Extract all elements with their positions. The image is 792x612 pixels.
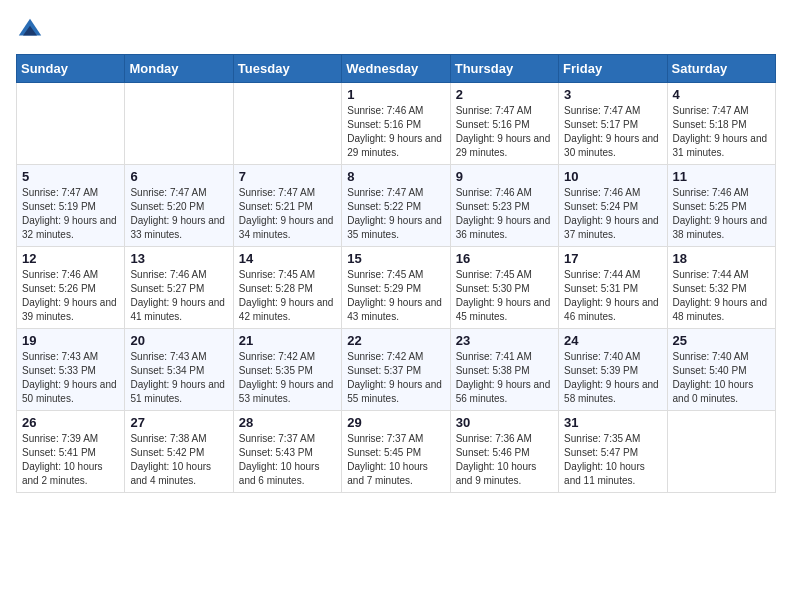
day-info: Sunrise: 7:45 AM Sunset: 5:28 PM Dayligh…: [239, 268, 336, 324]
calendar-cell: 1Sunrise: 7:46 AM Sunset: 5:16 PM Daylig…: [342, 83, 450, 165]
day-number: 17: [564, 251, 661, 266]
calendar-week-row: 1Sunrise: 7:46 AM Sunset: 5:16 PM Daylig…: [17, 83, 776, 165]
day-info: Sunrise: 7:35 AM Sunset: 5:47 PM Dayligh…: [564, 432, 661, 488]
day-number: 18: [673, 251, 770, 266]
day-number: 21: [239, 333, 336, 348]
calendar-cell: [125, 83, 233, 165]
day-number: 7: [239, 169, 336, 184]
day-info: Sunrise: 7:47 AM Sunset: 5:22 PM Dayligh…: [347, 186, 444, 242]
calendar-cell: 22Sunrise: 7:42 AM Sunset: 5:37 PM Dayli…: [342, 329, 450, 411]
page-header: [16, 16, 776, 44]
day-number: 14: [239, 251, 336, 266]
day-number: 30: [456, 415, 553, 430]
calendar-cell: 29Sunrise: 7:37 AM Sunset: 5:45 PM Dayli…: [342, 411, 450, 493]
day-info: Sunrise: 7:40 AM Sunset: 5:39 PM Dayligh…: [564, 350, 661, 406]
calendar-cell: 20Sunrise: 7:43 AM Sunset: 5:34 PM Dayli…: [125, 329, 233, 411]
day-info: Sunrise: 7:43 AM Sunset: 5:33 PM Dayligh…: [22, 350, 119, 406]
day-number: 8: [347, 169, 444, 184]
calendar-cell: [667, 411, 775, 493]
calendar-header-sunday: Sunday: [17, 55, 125, 83]
logo: [16, 16, 48, 44]
day-info: Sunrise: 7:46 AM Sunset: 5:23 PM Dayligh…: [456, 186, 553, 242]
day-number: 1: [347, 87, 444, 102]
day-info: Sunrise: 7:46 AM Sunset: 5:27 PM Dayligh…: [130, 268, 227, 324]
day-info: Sunrise: 7:47 AM Sunset: 5:19 PM Dayligh…: [22, 186, 119, 242]
day-number: 9: [456, 169, 553, 184]
calendar-cell: 18Sunrise: 7:44 AM Sunset: 5:32 PM Dayli…: [667, 247, 775, 329]
day-number: 23: [456, 333, 553, 348]
calendar-cell: 23Sunrise: 7:41 AM Sunset: 5:38 PM Dayli…: [450, 329, 558, 411]
calendar-cell: 24Sunrise: 7:40 AM Sunset: 5:39 PM Dayli…: [559, 329, 667, 411]
calendar-cell: 27Sunrise: 7:38 AM Sunset: 5:42 PM Dayli…: [125, 411, 233, 493]
day-number: 4: [673, 87, 770, 102]
calendar-cell: 31Sunrise: 7:35 AM Sunset: 5:47 PM Dayli…: [559, 411, 667, 493]
calendar-cell: 3Sunrise: 7:47 AM Sunset: 5:17 PM Daylig…: [559, 83, 667, 165]
day-number: 15: [347, 251, 444, 266]
day-info: Sunrise: 7:42 AM Sunset: 5:37 PM Dayligh…: [347, 350, 444, 406]
calendar-cell: 10Sunrise: 7:46 AM Sunset: 5:24 PM Dayli…: [559, 165, 667, 247]
day-info: Sunrise: 7:36 AM Sunset: 5:46 PM Dayligh…: [456, 432, 553, 488]
day-number: 6: [130, 169, 227, 184]
day-number: 29: [347, 415, 444, 430]
day-info: Sunrise: 7:45 AM Sunset: 5:30 PM Dayligh…: [456, 268, 553, 324]
day-info: Sunrise: 7:46 AM Sunset: 5:25 PM Dayligh…: [673, 186, 770, 242]
calendar-cell: 28Sunrise: 7:37 AM Sunset: 5:43 PM Dayli…: [233, 411, 341, 493]
day-info: Sunrise: 7:39 AM Sunset: 5:41 PM Dayligh…: [22, 432, 119, 488]
day-number: 26: [22, 415, 119, 430]
calendar-cell: 15Sunrise: 7:45 AM Sunset: 5:29 PM Dayli…: [342, 247, 450, 329]
day-number: 31: [564, 415, 661, 430]
calendar-cell: 6Sunrise: 7:47 AM Sunset: 5:20 PM Daylig…: [125, 165, 233, 247]
day-number: 3: [564, 87, 661, 102]
day-number: 16: [456, 251, 553, 266]
calendar-header-row: SundayMondayTuesdayWednesdayThursdayFrid…: [17, 55, 776, 83]
calendar-table: SundayMondayTuesdayWednesdayThursdayFrid…: [16, 54, 776, 493]
day-info: Sunrise: 7:37 AM Sunset: 5:45 PM Dayligh…: [347, 432, 444, 488]
day-number: 12: [22, 251, 119, 266]
day-info: Sunrise: 7:45 AM Sunset: 5:29 PM Dayligh…: [347, 268, 444, 324]
calendar-week-row: 5Sunrise: 7:47 AM Sunset: 5:19 PM Daylig…: [17, 165, 776, 247]
calendar-week-row: 26Sunrise: 7:39 AM Sunset: 5:41 PM Dayli…: [17, 411, 776, 493]
calendar-cell: 5Sunrise: 7:47 AM Sunset: 5:19 PM Daylig…: [17, 165, 125, 247]
day-number: 2: [456, 87, 553, 102]
calendar-cell: 9Sunrise: 7:46 AM Sunset: 5:23 PM Daylig…: [450, 165, 558, 247]
calendar-week-row: 12Sunrise: 7:46 AM Sunset: 5:26 PM Dayli…: [17, 247, 776, 329]
calendar-header-friday: Friday: [559, 55, 667, 83]
day-number: 25: [673, 333, 770, 348]
day-info: Sunrise: 7:46 AM Sunset: 5:26 PM Dayligh…: [22, 268, 119, 324]
day-info: Sunrise: 7:38 AM Sunset: 5:42 PM Dayligh…: [130, 432, 227, 488]
day-number: 20: [130, 333, 227, 348]
day-number: 27: [130, 415, 227, 430]
calendar-cell: 14Sunrise: 7:45 AM Sunset: 5:28 PM Dayli…: [233, 247, 341, 329]
calendar-cell: 4Sunrise: 7:47 AM Sunset: 5:18 PM Daylig…: [667, 83, 775, 165]
calendar-header-tuesday: Tuesday: [233, 55, 341, 83]
day-info: Sunrise: 7:47 AM Sunset: 5:17 PM Dayligh…: [564, 104, 661, 160]
day-number: 19: [22, 333, 119, 348]
calendar-cell: 25Sunrise: 7:40 AM Sunset: 5:40 PM Dayli…: [667, 329, 775, 411]
day-number: 22: [347, 333, 444, 348]
calendar-header-wednesday: Wednesday: [342, 55, 450, 83]
day-info: Sunrise: 7:47 AM Sunset: 5:20 PM Dayligh…: [130, 186, 227, 242]
day-number: 24: [564, 333, 661, 348]
calendar-cell: 13Sunrise: 7:46 AM Sunset: 5:27 PM Dayli…: [125, 247, 233, 329]
calendar-cell: 8Sunrise: 7:47 AM Sunset: 5:22 PM Daylig…: [342, 165, 450, 247]
day-info: Sunrise: 7:46 AM Sunset: 5:16 PM Dayligh…: [347, 104, 444, 160]
day-info: Sunrise: 7:43 AM Sunset: 5:34 PM Dayligh…: [130, 350, 227, 406]
calendar-cell: [233, 83, 341, 165]
day-info: Sunrise: 7:42 AM Sunset: 5:35 PM Dayligh…: [239, 350, 336, 406]
day-info: Sunrise: 7:46 AM Sunset: 5:24 PM Dayligh…: [564, 186, 661, 242]
day-info: Sunrise: 7:44 AM Sunset: 5:32 PM Dayligh…: [673, 268, 770, 324]
calendar-cell: 30Sunrise: 7:36 AM Sunset: 5:46 PM Dayli…: [450, 411, 558, 493]
calendar-cell: 12Sunrise: 7:46 AM Sunset: 5:26 PM Dayli…: [17, 247, 125, 329]
logo-icon: [16, 16, 44, 44]
calendar-week-row: 19Sunrise: 7:43 AM Sunset: 5:33 PM Dayli…: [17, 329, 776, 411]
calendar-cell: 7Sunrise: 7:47 AM Sunset: 5:21 PM Daylig…: [233, 165, 341, 247]
day-number: 5: [22, 169, 119, 184]
calendar-cell: 21Sunrise: 7:42 AM Sunset: 5:35 PM Dayli…: [233, 329, 341, 411]
calendar-cell: 26Sunrise: 7:39 AM Sunset: 5:41 PM Dayli…: [17, 411, 125, 493]
calendar-cell: 11Sunrise: 7:46 AM Sunset: 5:25 PM Dayli…: [667, 165, 775, 247]
day-info: Sunrise: 7:41 AM Sunset: 5:38 PM Dayligh…: [456, 350, 553, 406]
day-number: 11: [673, 169, 770, 184]
calendar-cell: 19Sunrise: 7:43 AM Sunset: 5:33 PM Dayli…: [17, 329, 125, 411]
day-info: Sunrise: 7:37 AM Sunset: 5:43 PM Dayligh…: [239, 432, 336, 488]
calendar-header-thursday: Thursday: [450, 55, 558, 83]
